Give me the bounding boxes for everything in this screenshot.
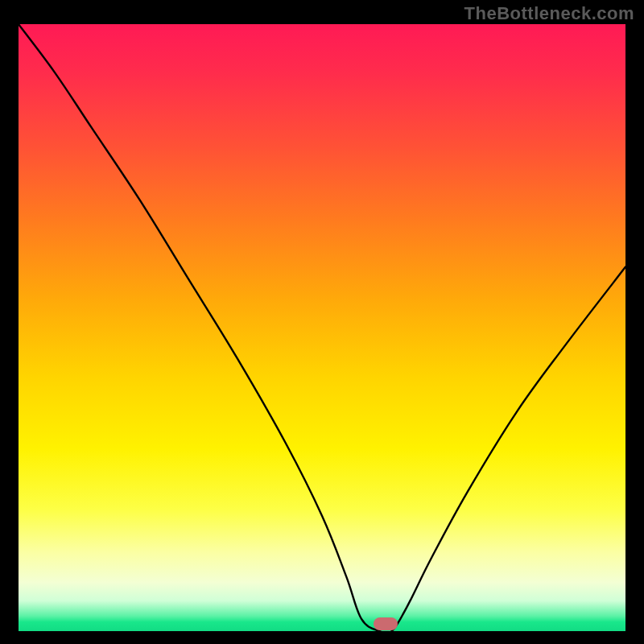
chart-frame: TheBottleneck.com bbox=[0, 0, 644, 644]
bottleneck-curve bbox=[19, 24, 625, 631]
watermark-text: TheBottleneck.com bbox=[464, 3, 634, 24]
optimal-marker bbox=[374, 617, 398, 630]
plot-area bbox=[19, 24, 625, 631]
curve-path bbox=[19, 24, 625, 631]
